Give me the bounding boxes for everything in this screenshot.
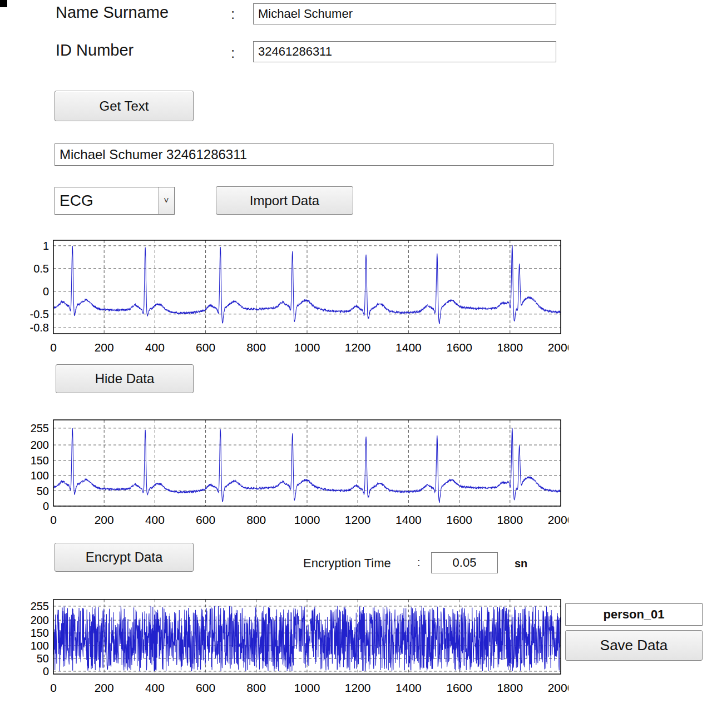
svg-text:1600: 1600 <box>446 341 472 354</box>
svg-text:-0.5: -0.5 <box>30 308 49 320</box>
svg-text:200: 200 <box>95 513 114 526</box>
svg-text:1200: 1200 <box>345 341 371 354</box>
save-data-button[interactable]: Save Data <box>565 630 703 661</box>
svg-text:1: 1 <box>43 240 49 252</box>
svg-text:400: 400 <box>145 341 165 354</box>
name-colon: : <box>231 6 235 23</box>
svg-text:50: 50 <box>37 485 49 497</box>
window-corner-mark <box>0 0 7 7</box>
svg-text:1400: 1400 <box>395 681 422 694</box>
svg-text:400: 400 <box>145 513 165 526</box>
svg-text:150: 150 <box>31 454 49 467</box>
svg-text:800: 800 <box>246 513 266 526</box>
svg-text:200: 200 <box>31 439 49 451</box>
get-text-button[interactable]: Get Text <box>55 91 194 121</box>
svg-text:1000: 1000 <box>294 513 320 526</box>
svg-text:0: 0 <box>43 665 49 677</box>
svg-text:0: 0 <box>50 681 57 694</box>
id-number-label: ID Number <box>56 41 134 60</box>
save-filename-input[interactable] <box>565 603 703 626</box>
svg-text:0.5: 0.5 <box>33 263 49 275</box>
encryption-time-unit-label: sn <box>515 557 527 570</box>
svg-text:1600: 1600 <box>446 681 472 694</box>
svg-text:200: 200 <box>95 341 114 354</box>
svg-text:1600: 1600 <box>446 513 472 526</box>
scaled-signal-chart: 0200400600800100012001400160018002000050… <box>22 416 568 533</box>
hide-data-button[interactable]: Hide Data <box>56 364 194 393</box>
svg-text:255: 255 <box>31 422 49 434</box>
svg-text:100: 100 <box>31 469 49 482</box>
svg-text:-0.8: -0.8 <box>30 321 49 334</box>
svg-text:2000: 2000 <box>548 513 568 526</box>
ecg-signal-chart: 020040060080010001200140016001800200010.… <box>22 236 568 361</box>
svg-text:1000: 1000 <box>294 681 320 694</box>
svg-text:2000: 2000 <box>548 681 568 694</box>
name-surname-input[interactable] <box>253 3 556 24</box>
svg-text:1800: 1800 <box>497 341 523 354</box>
encryption-time-input[interactable] <box>431 552 498 573</box>
combined-text-field[interactable] <box>55 143 553 166</box>
encryption-time-label: Encryption Time <box>303 556 391 571</box>
svg-text:1000: 1000 <box>294 341 320 354</box>
svg-text:50: 50 <box>37 652 49 665</box>
svg-text:0: 0 <box>43 500 49 512</box>
import-data-button[interactable]: Import Data <box>216 186 353 215</box>
svg-text:255: 255 <box>31 600 49 612</box>
svg-text:100: 100 <box>31 640 49 652</box>
svg-text:800: 800 <box>246 681 266 694</box>
svg-text:0: 0 <box>43 285 49 298</box>
svg-text:1200: 1200 <box>345 681 371 694</box>
signal-type-select[interactable]: ECG ˅ <box>55 187 175 215</box>
svg-text:0: 0 <box>50 341 57 354</box>
svg-text:1400: 1400 <box>395 341 422 354</box>
svg-text:1800: 1800 <box>497 513 523 526</box>
svg-text:1400: 1400 <box>395 513 422 526</box>
chevron-down-icon[interactable]: ˅ <box>158 187 174 214</box>
svg-text:800: 800 <box>246 341 266 354</box>
svg-text:600: 600 <box>196 513 215 526</box>
id-colon: : <box>231 44 235 62</box>
encrypted-signal-chart: 0200400600800100012001400160018002000050… <box>22 596 568 704</box>
id-number-input[interactable] <box>253 41 556 62</box>
name-surname-label: Name Surname <box>56 3 169 22</box>
svg-text:150: 150 <box>31 627 49 639</box>
svg-text:200: 200 <box>95 681 114 694</box>
svg-text:1200: 1200 <box>345 513 371 526</box>
svg-text:400: 400 <box>145 681 165 694</box>
svg-text:2000: 2000 <box>548 341 568 354</box>
encryption-time-colon: : <box>417 556 421 569</box>
signal-type-selected-value: ECG <box>55 187 158 214</box>
svg-text:0: 0 <box>50 513 57 526</box>
svg-text:200: 200 <box>31 614 49 626</box>
svg-text:1800: 1800 <box>497 681 523 694</box>
svg-text:600: 600 <box>196 341 215 354</box>
svg-text:600: 600 <box>196 681 215 694</box>
encrypt-data-button[interactable]: Encrypt Data <box>55 543 194 572</box>
